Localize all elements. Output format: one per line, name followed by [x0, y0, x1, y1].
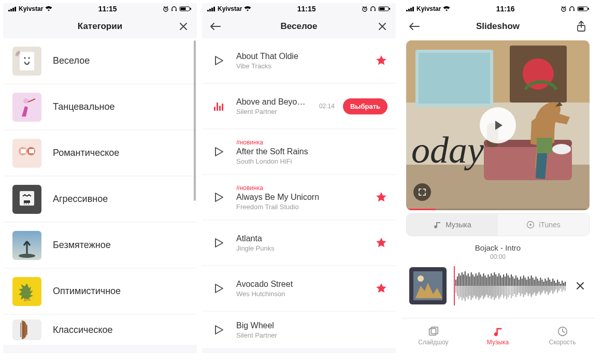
category-thumb	[12, 93, 41, 122]
tab-music-bottom[interactable]: Музыка	[466, 318, 530, 353]
favorite-icon[interactable]	[375, 282, 387, 295]
svg-rect-41	[412, 7, 414, 11]
play-button[interactable]	[204, 283, 233, 294]
svg-rect-165	[492, 286, 493, 297]
track-row[interactable]: Big Wheel Silent Partner	[202, 312, 396, 348]
play-button[interactable]	[204, 55, 233, 66]
close-button[interactable]	[376, 20, 389, 33]
svg-rect-150	[469, 286, 470, 296]
track-title: Above and Beyo…	[236, 97, 316, 107]
svg-rect-191	[533, 286, 534, 295]
tab-label: Скорость	[549, 339, 576, 346]
play-icon	[213, 324, 224, 336]
remove-audio-button[interactable]	[574, 280, 586, 292]
carrier-label: Kyivstar	[19, 5, 43, 12]
new-tag: #новинка	[236, 139, 387, 146]
play-button[interactable]	[204, 324, 233, 336]
clip-thumbnail[interactable]	[409, 267, 447, 304]
play-video-button[interactable]	[480, 107, 516, 143]
tab-itunes[interactable]: iTunes	[498, 214, 589, 236]
close-button[interactable]	[177, 20, 190, 33]
svg-rect-3	[15, 7, 16, 11]
category-item[interactable]: Агрессивное	[3, 177, 197, 222]
status-bar: Kyivstar 11:16	[401, 3, 595, 14]
svg-point-15	[23, 98, 28, 104]
svg-rect-192	[534, 286, 535, 293]
track-row[interactable]: About That Oldie Vibe Tracks	[202, 38, 396, 83]
svg-rect-181	[517, 286, 518, 295]
category-item[interactable]: Веселое	[3, 38, 197, 83]
svg-rect-186	[525, 286, 526, 295]
waveform-cursor[interactable]	[454, 266, 455, 305]
play-button[interactable]	[204, 146, 233, 157]
video-progress[interactable]	[406, 209, 590, 210]
now-playing-indicator[interactable]	[204, 101, 233, 111]
svg-rect-175	[508, 286, 509, 297]
tab-music[interactable]: Музыка	[407, 214, 498, 236]
track-row[interactable]: Avocado Street Wes Hutchinson	[202, 266, 396, 311]
svg-rect-16	[12, 139, 41, 168]
back-button[interactable]	[209, 20, 222, 33]
category-label: Веселое	[53, 55, 90, 66]
carrier-label: Kyivstar	[218, 5, 242, 12]
scrollbar[interactable]	[194, 40, 196, 201]
svg-rect-11	[20, 52, 34, 70]
track-row[interactable]: #новинка Always Be My Unicorn Freedom Tr…	[202, 175, 396, 220]
svg-rect-203	[551, 286, 552, 291]
category-list[interactable]: Веселое Танцевальное Романтическое Агрес…	[3, 38, 197, 353]
play-icon	[213, 283, 224, 294]
svg-rect-146	[463, 286, 464, 298]
svg-rect-162	[487, 286, 489, 298]
svg-rect-147	[465, 286, 466, 301]
category-label: Агрессивное	[53, 194, 108, 205]
favorite-icon[interactable]	[375, 191, 387, 203]
category-item[interactable]: Классическое	[3, 315, 197, 345]
track-artist: South London HiFi	[236, 157, 387, 165]
track-row[interactable]: Above and Beyo… Silent Partner 02:14 Выб…	[202, 84, 396, 128]
expand-button[interactable]	[413, 183, 431, 201]
svg-rect-0	[8, 10, 10, 11]
svg-rect-182	[519, 286, 520, 293]
battery-icon	[378, 6, 391, 12]
svg-rect-43	[569, 10, 570, 11]
back-button[interactable]	[408, 20, 421, 33]
tab-speed[interactable]: Скорость	[530, 318, 595, 353]
new-tag: #новинка	[236, 184, 372, 192]
share-button[interactable]	[575, 20, 587, 33]
track-list[interactable]: About That Oldie Vibe Tracks Above and B…	[202, 38, 396, 353]
track-artist: Jingle Punks	[236, 244, 372, 252]
waveform[interactable]	[454, 267, 567, 304]
play-button[interactable]	[204, 237, 233, 249]
svg-rect-210	[562, 286, 563, 292]
screen-tracks: Kyivstar 11:15 Веселое	[202, 3, 396, 353]
svg-rect-144	[460, 286, 461, 297]
select-button[interactable]: Выбрать	[343, 98, 387, 114]
video-preview[interactable]: oday	[406, 40, 590, 210]
category-item[interactable]: Романтическое	[3, 130, 197, 176]
alarm-icon	[163, 6, 169, 12]
svg-rect-170	[500, 286, 501, 297]
track-row[interactable]: #новинка After the Soft Rains South Lond…	[202, 129, 396, 174]
svg-rect-5	[171, 10, 173, 11]
track-row[interactable]: Atlanta Jingle Punks	[202, 221, 396, 265]
tab-slideshow[interactable]: Слайдшоу	[401, 318, 466, 353]
category-item[interactable]: Танцевальное	[3, 84, 197, 129]
category-item[interactable]: Оптимистичное	[3, 269, 197, 314]
favorite-icon[interactable]	[375, 54, 387, 67]
svg-rect-207	[557, 286, 558, 293]
battery-icon	[577, 6, 590, 12]
favorite-icon[interactable]	[375, 237, 387, 249]
track-artist: Freedom Trail Studio	[236, 203, 372, 211]
category-item[interactable]: Безмятежное	[3, 223, 197, 268]
svg-rect-22	[20, 191, 34, 206]
clock-icon	[557, 326, 568, 337]
now-playing-time: 00:00	[401, 253, 595, 260]
svg-point-65	[418, 275, 424, 282]
svg-rect-160	[484, 286, 485, 297]
svg-rect-30	[211, 8, 213, 11]
svg-rect-173	[505, 286, 506, 296]
play-button[interactable]	[204, 192, 233, 203]
svg-rect-149	[468, 286, 469, 299]
svg-rect-31	[213, 7, 215, 11]
status-bar: Kyivstar 11:15	[202, 3, 396, 14]
